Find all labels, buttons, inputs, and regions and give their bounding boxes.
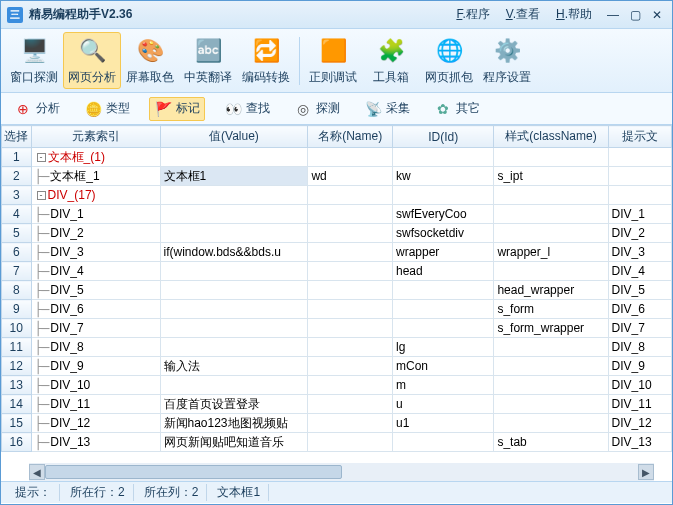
menu-help[interactable]: H.帮助 — [556, 6, 592, 23]
scroll-right-icon[interactable]: ▶ — [638, 464, 654, 480]
cell-tip — [608, 167, 671, 186]
cell-index: ├─ 文本框_1 — [31, 167, 160, 186]
cell-id: swfEveryCoo — [392, 205, 493, 224]
cell-id — [392, 148, 493, 167]
subitem-label: 探测 — [316, 100, 340, 117]
table-row[interactable]: 9├─ DIV_6s_formDIV_6 — [2, 300, 672, 319]
cell-class — [494, 148, 608, 167]
cell-index: ├─ DIV_8 — [31, 338, 160, 357]
cell-class — [494, 224, 608, 243]
cell-id: wrapper — [392, 243, 493, 262]
table-row[interactable]: 14├─ DIV_11百度首页设置登录uDIV_11 — [2, 395, 672, 414]
tool-2[interactable]: 🎨屏幕取色 — [121, 32, 179, 89]
menu-program[interactable]: F.程序 — [456, 6, 489, 23]
cell-value: 新闻hao123地图视频贴 — [160, 414, 308, 433]
col-header[interactable]: 名称(Name) — [308, 126, 393, 148]
cell-name — [308, 243, 393, 262]
row-number: 13 — [2, 376, 32, 395]
tool-icon: 🌐 — [433, 35, 465, 67]
table-row[interactable]: 1- 文本框_(1) — [2, 148, 672, 167]
subitem-label: 其它 — [456, 100, 480, 117]
row-number: 9 — [2, 300, 32, 319]
col-header[interactable]: ID(Id) — [392, 126, 493, 148]
table-row[interactable]: 4├─ DIV_1swfEveryCooDIV_1 — [2, 205, 672, 224]
cell-id: u1 — [392, 414, 493, 433]
scroll-track[interactable] — [45, 464, 638, 480]
table-row[interactable]: 10├─ DIV_7s_form_wrapperDIV_7 — [2, 319, 672, 338]
tool-7[interactable]: 🌐网页抓包 — [420, 32, 478, 89]
subitem-6[interactable]: ✿其它 — [429, 97, 485, 121]
tool-4[interactable]: 🔁编码转换 — [237, 32, 295, 89]
row-number: 10 — [2, 319, 32, 338]
cell-tip: DIV_12 — [608, 414, 671, 433]
cell-value — [160, 281, 308, 300]
col-header[interactable]: 元素索引 — [31, 126, 160, 148]
app-icon: 三 — [7, 7, 23, 23]
subitem-icon: 📡 — [364, 100, 382, 118]
maximize-button[interactable]: ▢ — [626, 8, 644, 22]
subitem-3[interactable]: 👀查找 — [219, 97, 275, 121]
cell-class: s_ipt — [494, 167, 608, 186]
table-row[interactable]: 2├─ 文本框_1文本框1wdkws_ipt — [2, 167, 672, 186]
subitem-label: 标记 — [176, 100, 200, 117]
row-number: 4 — [2, 205, 32, 224]
tool-6[interactable]: 🧩工具箱 — [362, 32, 420, 89]
scroll-thumb[interactable] — [45, 465, 342, 479]
col-header[interactable]: 选择 — [2, 126, 32, 148]
table-row[interactable]: 12├─ DIV_9输入法mConDIV_9 — [2, 357, 672, 376]
tool-8[interactable]: ⚙️程序设置 — [478, 32, 536, 89]
cell-tip: DIV_8 — [608, 338, 671, 357]
scroll-left-icon[interactable]: ◀ — [29, 464, 45, 480]
cell-tip: DIV_11 — [608, 395, 671, 414]
tree-toggle-icon[interactable]: - — [37, 191, 46, 200]
tool-label: 编码转换 — [238, 69, 294, 86]
table-row[interactable]: 16├─ DIV_13网页新闻贴吧知道音乐s_tabDIV_13 — [2, 433, 672, 452]
row-number: 3 — [2, 186, 32, 205]
subitem-5[interactable]: 📡采集 — [359, 97, 415, 121]
subitem-2[interactable]: 🚩标记 — [149, 97, 205, 121]
app-title: 精易编程助手V2.36 — [29, 6, 132, 23]
table-row[interactable]: 13├─ DIV_10mDIV_10 — [2, 376, 672, 395]
cell-id — [392, 186, 493, 205]
tool-icon: 🔁 — [250, 35, 282, 67]
table-row[interactable]: 5├─ DIV_2swfsocketdivDIV_2 — [2, 224, 672, 243]
col-header[interactable]: 样式(className) — [494, 126, 608, 148]
subitem-label: 采集 — [386, 100, 410, 117]
cell-value: 网页新闻贴吧知道音乐 — [160, 433, 308, 452]
cell-name — [308, 281, 393, 300]
horizontal-scrollbar[interactable]: ◀ ▶ — [29, 463, 654, 481]
table-row[interactable]: 3- DIV_(17) — [2, 186, 672, 205]
cell-id: lg — [392, 338, 493, 357]
tool-5[interactable]: 🟧正则调试 — [304, 32, 362, 89]
subitem-0[interactable]: ⊕分析 — [9, 97, 65, 121]
tree-toggle-icon[interactable]: - — [37, 153, 46, 162]
close-button[interactable]: ✕ — [648, 8, 666, 22]
minimize-button[interactable]: — — [604, 8, 622, 22]
cell-id — [392, 300, 493, 319]
cell-class: s_tab — [494, 433, 608, 452]
table-row[interactable]: 11├─ DIV_8lgDIV_8 — [2, 338, 672, 357]
element-grid[interactable]: 选择元素索引值(Value)名称(Name)ID(Id)样式(className… — [1, 125, 672, 452]
table-row[interactable]: 15├─ DIV_12新闻hao123地图视频贴u1DIV_12 — [2, 414, 672, 433]
row-number: 5 — [2, 224, 32, 243]
menu-view[interactable]: V.查看 — [506, 6, 540, 23]
subitem-icon: ⊕ — [14, 100, 32, 118]
table-row[interactable]: 6├─ DIV_3if(window.bds&&bds.uwrapperwrap… — [2, 243, 672, 262]
tool-1[interactable]: 🔍网页分析 — [63, 32, 121, 89]
tool-0[interactable]: 🖥️窗口探测 — [5, 32, 63, 89]
row-number: 1 — [2, 148, 32, 167]
subitem-icon: ✿ — [434, 100, 452, 118]
cell-tip: DIV_2 — [608, 224, 671, 243]
col-header[interactable]: 提示文 — [608, 126, 671, 148]
tool-3[interactable]: 🔤中英翻译 — [179, 32, 237, 89]
table-row[interactable]: 7├─ DIV_4headDIV_4 — [2, 262, 672, 281]
cell-index: ├─ DIV_5 — [31, 281, 160, 300]
cell-class — [494, 338, 608, 357]
tool-icon: 🧩 — [375, 35, 407, 67]
table-row[interactable]: 8├─ DIV_5head_wrapperDIV_5 — [2, 281, 672, 300]
subitem-1[interactable]: 🪙类型 — [79, 97, 135, 121]
cell-name — [308, 414, 393, 433]
cell-class — [494, 376, 608, 395]
subitem-4[interactable]: ◎探测 — [289, 97, 345, 121]
col-header[interactable]: 值(Value) — [160, 126, 308, 148]
